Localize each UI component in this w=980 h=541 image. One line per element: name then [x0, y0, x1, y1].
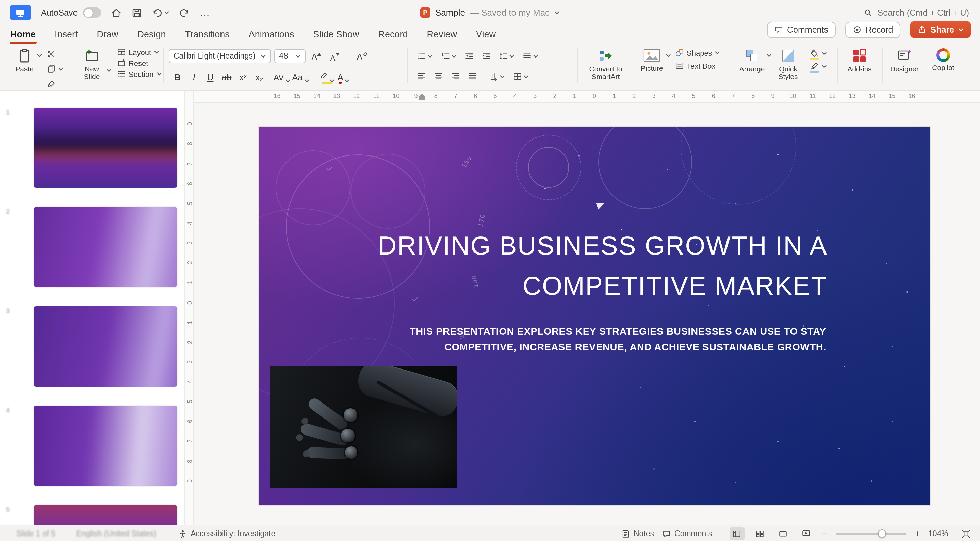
copy-button[interactable]: [43, 62, 67, 76]
align-text-button[interactable]: [510, 69, 531, 84]
font-name-select[interactable]: Calibri Light (Headings): [169, 49, 271, 63]
reset-button[interactable]: Reset: [117, 59, 162, 67]
new-slide-button[interactable]: NewSlide: [76, 43, 108, 80]
format-painter-button[interactable]: [43, 77, 59, 91]
add-ins-button[interactable]: Add-ins: [843, 43, 877, 73]
shape-fill-button[interactable]: [810, 49, 827, 58]
tab-slide-show[interactable]: Slide Show: [312, 27, 360, 40]
tab-record[interactable]: Record: [377, 27, 408, 40]
justify-button[interactable]: [465, 69, 480, 84]
section-button[interactable]: Section: [117, 69, 162, 78]
strikethrough-button[interactable]: ab: [219, 68, 234, 84]
align-center-button[interactable]: [431, 69, 446, 84]
underline-button[interactable]: U: [203, 68, 218, 84]
bold-button[interactable]: B: [170, 68, 185, 84]
fit-to-window-button[interactable]: [958, 527, 973, 540]
slide-thumbnail-panel[interactable]: 12345: [0, 91, 185, 525]
home-button[interactable]: [111, 7, 122, 18]
h-ruler-number: 5: [688, 92, 699, 99]
slide-thumbnail-2[interactable]: [34, 207, 177, 287]
tab-draw[interactable]: Draw: [96, 27, 119, 40]
font-size-select[interactable]: 48: [274, 49, 305, 63]
decrease-font-button[interactable]: A: [327, 48, 342, 64]
align-left-button[interactable]: [414, 69, 429, 84]
slide-editor[interactable]: 150170190200 DRIVING BUSINESS GROWTH IN …: [259, 127, 930, 505]
share-button[interactable]: Share: [910, 21, 972, 38]
picture-dropdown-icon: [666, 54, 671, 57]
comments-panel-button[interactable]: Comments: [662, 529, 712, 538]
shapes-button[interactable]: Shapes: [675, 48, 721, 57]
convert-to-smartart-button[interactable]: Convert toSmartArt: [581, 43, 630, 80]
comments-button[interactable]: Comments: [767, 21, 836, 38]
tab-home[interactable]: Home: [10, 27, 37, 40]
zoom-percent[interactable]: 104%: [928, 530, 950, 538]
accessibility-checker[interactable]: Accessibility: Investigate: [178, 525, 275, 541]
superscript-button[interactable]: x²: [235, 68, 250, 84]
change-case-button[interactable]: Aa: [292, 68, 310, 84]
align-right-button[interactable]: [448, 69, 463, 84]
more-commands-button[interactable]: …: [199, 7, 210, 18]
quick-styles-button[interactable]: QuickStyles: [772, 43, 804, 80]
zoom-out-button[interactable]: −: [822, 528, 827, 539]
clear-formatting-button[interactable]: A: [355, 48, 370, 64]
vertical-ruler[interactable]: 9876543210123456789: [185, 91, 194, 525]
paste-button[interactable]: Paste: [10, 43, 40, 73]
undo-button[interactable]: [152, 7, 169, 18]
tab-design[interactable]: Design: [137, 27, 167, 40]
slide-thumbnail-5[interactable]: [34, 505, 177, 525]
zoom-slider[interactable]: [836, 533, 907, 535]
tab-transitions[interactable]: Transitions: [185, 27, 231, 40]
zoom-slider-knob[interactable]: [878, 529, 886, 537]
copilot-button[interactable]: Copilot: [926, 43, 961, 72]
normal-view-button[interactable]: [729, 527, 744, 540]
reading-view-button[interactable]: [775, 527, 791, 540]
cut-button[interactable]: [43, 47, 59, 60]
designer-button[interactable]: Designer: [887, 43, 922, 73]
increase-indent-button[interactable]: [479, 48, 493, 63]
character-spacing-button[interactable]: AV: [274, 68, 291, 84]
zoom-in-button[interactable]: +: [915, 528, 920, 539]
document-title-area[interactable]: P Sample — Saved to my Mac: [420, 0, 560, 25]
slide-thumbnail-number: 5: [6, 506, 16, 513]
save-button[interactable]: [131, 7, 142, 18]
layout-button[interactable]: Layout: [117, 48, 162, 56]
decrease-indent-button[interactable]: [461, 48, 476, 63]
autosave-control[interactable]: AutoSave: [41, 8, 102, 18]
redo-button[interactable]: [179, 7, 190, 18]
text-direction-button[interactable]: [486, 69, 508, 84]
tab-animations[interactable]: Animations: [248, 27, 295, 40]
columns-button[interactable]: [519, 48, 541, 63]
slide-thumbnail-1[interactable]: [34, 108, 177, 188]
horizontal-ruler[interactable]: 1615141312111098765432101234567891011121…: [194, 91, 980, 103]
slide-picture-robotic-hand[interactable]: [270, 366, 457, 488]
slide-subtitle-textbox[interactable]: THIS PRESENTATION EXPLORES KEY STRATEGIE…: [377, 324, 826, 355]
autosave-toggle[interactable]: [83, 8, 102, 18]
italic-button[interactable]: I: [186, 68, 202, 84]
tab-insert[interactable]: Insert: [54, 27, 79, 40]
font-color-button[interactable]: A: [336, 68, 351, 84]
bullets-button[interactable]: [414, 48, 436, 63]
language-button[interactable]: English (United States): [76, 525, 156, 541]
increase-font-button[interactable]: A: [309, 48, 324, 64]
notes-button[interactable]: Notes: [621, 529, 654, 538]
slide-canvas[interactable]: 150170190200 DRIVING BUSINESS GROWTH IN …: [195, 103, 980, 525]
slide-show-button[interactable]: [799, 527, 814, 540]
tab-review[interactable]: Review: [426, 27, 458, 40]
picture-button[interactable]: Picture: [637, 43, 667, 72]
shape-outline-button[interactable]: [810, 62, 827, 71]
clear-formatting-eraser-icon: [363, 50, 369, 56]
slide-sorter-view-button[interactable]: [752, 527, 767, 540]
arrange-button[interactable]: Arrange: [735, 43, 769, 73]
v-ruler-number: 3: [186, 357, 193, 367]
numbering-button[interactable]: [438, 48, 460, 63]
slide-thumbnail-4[interactable]: [34, 406, 177, 486]
slide-title-textbox[interactable]: DRIVING BUSINESS GROWTH IN A COMPETITIVE…: [337, 226, 827, 306]
app-window-icon[interactable]: [10, 5, 31, 21]
slide-thumbnail-3[interactable]: [34, 306, 177, 387]
text-box-button[interactable]: Text Box: [675, 61, 721, 70]
subscript-button[interactable]: x₂: [252, 68, 267, 84]
text-highlight-button[interactable]: [319, 68, 335, 84]
line-spacing-button[interactable]: [495, 48, 517, 63]
record-button[interactable]: Record: [845, 21, 901, 38]
tab-view[interactable]: View: [476, 27, 496, 40]
